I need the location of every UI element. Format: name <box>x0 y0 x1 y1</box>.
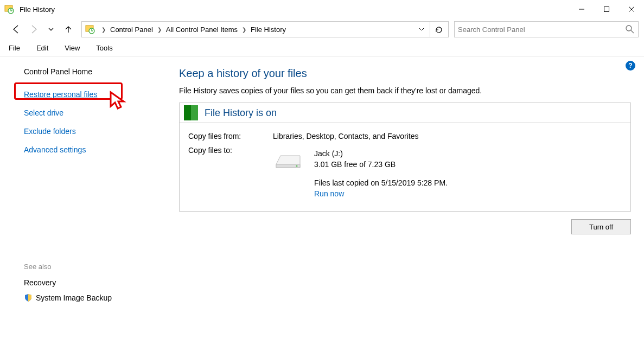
svg-rect-2 <box>604 7 609 12</box>
run-now-link[interactable]: Run now <box>314 189 448 198</box>
sidebar-recovery[interactable]: Recovery <box>24 278 168 287</box>
page-description: File History saves copies of your files … <box>179 86 631 95</box>
close-button[interactable] <box>619 1 644 18</box>
status-on-icon <box>184 105 198 120</box>
drive-row: Jack (J:) 3.01 GB free of 7.23 GB Files … <box>273 149 622 200</box>
address-bar[interactable]: ❯ Control Panel ❯ All Control Panel Item… <box>81 21 449 37</box>
breadcrumb-file-history[interactable]: File History <box>248 25 288 34</box>
maximize-button[interactable] <box>594 1 619 18</box>
main-content: Keep a history of your files File Histor… <box>168 56 644 345</box>
up-button[interactable] <box>61 22 76 37</box>
values-column: Libraries, Desktop, Contacts, and Favori… <box>273 132 622 200</box>
refresh-button[interactable] <box>430 21 447 37</box>
sidebar-exclude-folders[interactable]: Exclude folders <box>24 127 168 136</box>
status-header: File History is on <box>180 103 630 123</box>
svg-point-5 <box>626 25 632 31</box>
shield-icon <box>24 293 33 302</box>
minimize-button[interactable] <box>569 1 594 18</box>
search-input[interactable] <box>458 25 625 34</box>
sidebar: Control Panel Home Restore personal file… <box>0 56 168 345</box>
window-title: File History <box>20 5 55 14</box>
back-button[interactable] <box>9 22 24 37</box>
copy-from-value: Libraries, Desktop, Contacts, and Favori… <box>273 132 622 140</box>
annotation-highlight-box <box>14 82 123 100</box>
menu-edit[interactable]: Edit <box>33 43 52 53</box>
menu-bar: File Edit View Tools <box>0 40 644 56</box>
address-dropdown-button[interactable] <box>415 22 429 36</box>
forward-button[interactable] <box>26 22 41 37</box>
drive-info: Jack (J:) 3.01 GB free of 7.23 GB Files … <box>314 149 448 200</box>
sidebar-advanced-settings[interactable]: Advanced settings <box>24 145 168 154</box>
address-icon <box>85 24 95 34</box>
sidebar-backup-label: System Image Backup <box>36 293 112 302</box>
sidebar-control-panel-home[interactable]: Control Panel Home <box>24 67 168 76</box>
drive-name: Jack (J:) <box>314 149 448 158</box>
turn-off-row: Turn off <box>179 219 631 234</box>
breadcrumb-control-panel[interactable]: Control Panel <box>108 25 155 34</box>
chevron-right-icon[interactable]: ❯ <box>240 27 248 33</box>
body-area: ? Control Panel Home Restore personal fi… <box>0 56 644 345</box>
last-copied-text: Files last copied on 5/15/2019 5:28 PM. <box>314 178 448 187</box>
label-copy-to: Copy files to: <box>188 146 259 155</box>
status-body: Copy files from: Copy files to: Librarie… <box>180 123 630 211</box>
see-also-section: See also Recovery System Image Backup <box>24 263 168 302</box>
svg-point-6 <box>296 165 298 167</box>
navigation-row: ❯ Control Panel ❯ All Control Panel Item… <box>0 18 644 40</box>
label-copy-from: Copy files from: <box>188 132 259 140</box>
menu-tools[interactable]: Tools <box>93 43 116 53</box>
status-title: File History is on <box>205 107 277 119</box>
app-icon <box>4 4 14 14</box>
menu-file[interactable]: File <box>5 43 23 53</box>
status-panel: File History is on Copy files from: Copy… <box>179 103 631 212</box>
sidebar-select-drive[interactable]: Select drive <box>24 108 168 117</box>
see-also-label: See also <box>24 263 168 271</box>
sidebar-system-image-backup[interactable]: System Image Backup <box>24 293 168 302</box>
titlebar: File History <box>0 0 644 18</box>
search-box[interactable] <box>454 21 639 37</box>
help-icon[interactable]: ? <box>626 61 635 71</box>
recent-locations-button[interactable] <box>43 22 59 37</box>
labels-column: Copy files from: Copy files to: <box>188 132 259 200</box>
turn-off-button[interactable]: Turn off <box>571 219 631 234</box>
drive-icon <box>273 152 303 172</box>
search-icon[interactable] <box>625 24 635 34</box>
sidebar-recovery-label: Recovery <box>24 278 56 287</box>
page-title: Keep a history of your files <box>179 67 631 80</box>
drive-free-space: 3.01 GB free of 7.23 GB <box>314 160 448 169</box>
breadcrumb-all-items[interactable]: All Control Panel Items <box>164 25 240 34</box>
chevron-right-icon[interactable]: ❯ <box>155 27 164 33</box>
chevron-right-icon[interactable]: ❯ <box>99 27 108 33</box>
menu-view[interactable]: View <box>61 43 83 53</box>
